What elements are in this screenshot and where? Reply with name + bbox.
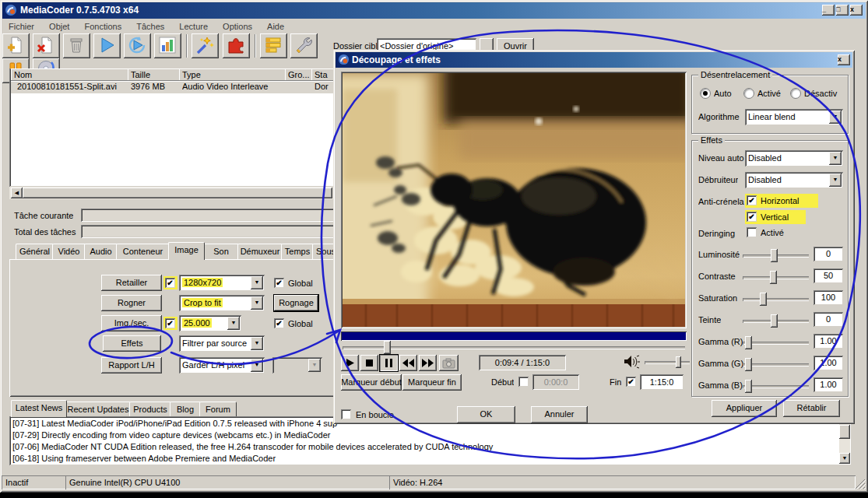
pause-button[interactable] xyxy=(380,355,398,371)
rewind-button[interactable] xyxy=(399,355,417,371)
effects-filter-combo[interactable]: Filtrer par source ▼ xyxy=(179,335,265,352)
play-button[interactable] xyxy=(341,355,359,371)
tab-son[interactable]: Son xyxy=(203,244,239,259)
slider-thumb[interactable] xyxy=(770,271,777,284)
resize-combo[interactable]: 1280x720 ▼ xyxy=(179,275,265,291)
algorithm-combo[interactable]: Linear blend ▼ xyxy=(745,109,843,125)
ok-button[interactable]: OK xyxy=(457,406,515,423)
column-header-type[interactable]: Type xyxy=(179,68,288,81)
menu-fichier[interactable]: Fichier xyxy=(2,19,40,33)
slider-thumb[interactable] xyxy=(760,293,767,306)
brightness-value[interactable]: 0 xyxy=(814,247,843,261)
hue-slider[interactable] xyxy=(743,320,809,323)
chevron-down-icon[interactable]: ▼ xyxy=(227,317,240,330)
plugins-button[interactable] xyxy=(223,33,250,58)
play-all-button[interactable] xyxy=(124,33,151,58)
chevron-down-icon[interactable]: ▼ xyxy=(251,337,263,350)
tab-temps[interactable]: Temps xyxy=(281,244,314,259)
slider-thumb[interactable] xyxy=(745,380,752,393)
volume-slider[interactable] xyxy=(645,361,690,364)
gamma-b-value[interactable]: 1.00 xyxy=(814,377,843,392)
minimize-button[interactable]: _ xyxy=(822,5,835,16)
brightness-slider[interactable] xyxy=(743,254,809,258)
column-header-gro[interactable]: Gro... xyxy=(285,68,315,81)
tab-blog[interactable]: Blog xyxy=(170,402,201,417)
dialog-title-bar[interactable]: Découpage et effets x xyxy=(336,52,852,68)
cropping-button[interactable]: Rognage xyxy=(274,295,318,311)
chevron-down-icon[interactable]: ▼ xyxy=(829,174,842,187)
volume-thumb[interactable] xyxy=(676,356,681,368)
news-item[interactable]: [06-18] Using frameserver between Adobe … xyxy=(9,453,852,465)
deinterlace-off-radio[interactable] xyxy=(790,88,801,99)
resize-button[interactable]: Retailler xyxy=(101,275,162,291)
tab-conteneur[interactable]: Conteneur xyxy=(116,244,170,259)
add-file-button[interactable] xyxy=(2,33,30,58)
scroll-down-button[interactable]: ▼ xyxy=(839,453,850,464)
title-bar[interactable]: MediaCoder 0.7.5.4703 x64 _ □ x xyxy=(2,2,866,19)
saturation-slider[interactable] xyxy=(743,298,809,301)
gamma-g-slider[interactable] xyxy=(743,363,809,366)
slider-thumb[interactable] xyxy=(771,314,778,328)
gamma-b-slider[interactable] xyxy=(743,385,809,388)
menu-taches[interactable]: Tâches xyxy=(130,19,170,33)
tab-video[interactable]: Vidéo xyxy=(52,244,86,259)
marker-end-button[interactable]: Marqueur fin xyxy=(402,374,462,391)
tab-audio[interactable]: Audio xyxy=(84,244,118,259)
antialias-h-checkbox[interactable]: ✔ xyxy=(747,195,757,205)
marker-start-button[interactable]: Marqueur début xyxy=(341,374,402,391)
dering-checkbox[interactable] xyxy=(747,227,757,237)
tab-image[interactable]: Image xyxy=(168,242,205,260)
antialias-v-checkbox[interactable]: ✔ xyxy=(747,212,757,222)
menu-lecture[interactable]: Lecture xyxy=(173,19,214,33)
wizard-button[interactable] xyxy=(192,33,219,58)
tab-forum[interactable]: Forum xyxy=(199,402,237,417)
tab-recent-updates[interactable]: Recent Updates xyxy=(65,402,131,417)
fps-checkbox[interactable]: ✔ xyxy=(165,318,175,328)
resize-checkbox[interactable]: ✔ xyxy=(165,278,175,288)
start-checkbox[interactable] xyxy=(518,377,529,387)
news-item[interactable]: [07-29] Directly encoding from video cap… xyxy=(9,430,852,441)
stop-button[interactable] xyxy=(360,355,378,371)
chevron-down-icon[interactable]: ▼ xyxy=(829,152,842,165)
start-button[interactable] xyxy=(93,33,121,58)
chevron-down-icon[interactable]: ▼ xyxy=(251,359,263,372)
crop-combo[interactable]: Crop to fit ▼ xyxy=(179,295,265,311)
queue-button[interactable] xyxy=(260,33,287,58)
hscroll-thumb[interactable] xyxy=(23,188,332,198)
slider-thumb[interactable] xyxy=(745,336,752,349)
end-time-field[interactable]: 1:15:0 xyxy=(640,374,684,390)
column-header-nom[interactable]: Nom xyxy=(11,68,131,81)
crop-button[interactable]: Rogner xyxy=(101,295,162,311)
news-vscrollbar[interactable]: ▼ xyxy=(839,418,850,464)
contrast-slider[interactable] xyxy=(743,276,809,279)
aspect-button[interactable]: Rapport L/H xyxy=(101,357,162,374)
chevron-down-icon[interactable]: ▼ xyxy=(829,110,842,124)
vscroll-thumb[interactable] xyxy=(839,425,850,439)
menu-fonctions[interactable]: Fonctions xyxy=(78,19,128,33)
tab-general[interactable]: Général xyxy=(16,244,54,259)
news-item[interactable]: [07-06] MediaCoder NT CUDA Edition relea… xyxy=(9,441,852,453)
seek-thumb[interactable] xyxy=(384,341,391,354)
hue-value[interactable]: 0 xyxy=(814,312,843,327)
auto-level-combo[interactable]: Disabled ▼ xyxy=(745,150,843,167)
resize-global-checkbox[interactable]: ✔ xyxy=(274,278,284,288)
column-header-taille[interactable]: Taille xyxy=(128,68,182,81)
saturation-value[interactable]: 100 xyxy=(814,290,843,305)
statistics-button[interactable] xyxy=(154,33,181,58)
gamma-g-value[interactable]: 1.00 xyxy=(814,356,843,370)
menu-objet[interactable]: Objet xyxy=(43,19,76,33)
chevron-down-icon[interactable]: ▼ xyxy=(251,276,263,289)
slider-thumb[interactable] xyxy=(745,358,752,371)
gamma-r-slider[interactable] xyxy=(743,342,809,345)
gamma-r-value[interactable]: 1.00 xyxy=(814,334,843,349)
apply-button[interactable]: Appliquer xyxy=(712,400,777,417)
snapshot-button[interactable] xyxy=(439,355,459,371)
menu-options[interactable]: Options xyxy=(216,19,258,33)
scroll-left-button[interactable]: ◀ xyxy=(11,188,23,198)
reset-button[interactable]: Rétablir xyxy=(783,400,840,417)
aspect-combo[interactable]: Garder L/H pixel ▼ xyxy=(179,357,265,374)
close-button[interactable]: x xyxy=(850,5,863,16)
maximize-button[interactable]: □ xyxy=(836,5,849,16)
chevron-down-icon[interactable]: ▼ xyxy=(251,296,263,310)
settings-button[interactable] xyxy=(290,33,318,58)
